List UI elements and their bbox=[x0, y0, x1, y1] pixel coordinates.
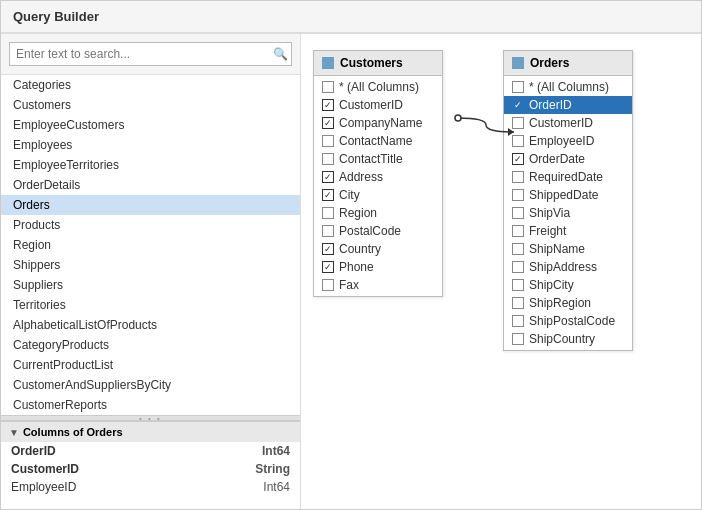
field-checkbox[interactable] bbox=[512, 261, 524, 273]
table-icon bbox=[512, 57, 524, 69]
field-row[interactable]: Fax bbox=[314, 276, 442, 294]
field-row[interactable]: ShipCountry bbox=[504, 330, 632, 348]
table-list-item[interactable]: Employees bbox=[1, 135, 300, 155]
col-name: OrderID bbox=[11, 444, 56, 458]
field-row[interactable]: EmployeeID bbox=[504, 132, 632, 150]
field-label: EmployeeID bbox=[529, 134, 594, 148]
table-list-item[interactable]: CurrentProductList bbox=[1, 355, 300, 375]
field-checkbox[interactable] bbox=[512, 297, 524, 309]
search-icon[interactable]: 🔍 bbox=[269, 43, 291, 65]
field-checkbox[interactable] bbox=[512, 153, 524, 165]
table-list-item[interactable]: EmployeeCustomers bbox=[1, 115, 300, 135]
field-checkbox[interactable] bbox=[322, 207, 334, 219]
table-list-item[interactable]: Categories bbox=[1, 75, 300, 95]
table-list-item[interactable]: Customers bbox=[1, 95, 300, 115]
field-row[interactable]: ContactName bbox=[314, 132, 442, 150]
field-row[interactable]: OrderID bbox=[504, 96, 632, 114]
field-checkbox[interactable] bbox=[322, 135, 334, 147]
field-row[interactable]: CompanyName bbox=[314, 114, 442, 132]
search-input[interactable] bbox=[10, 44, 269, 64]
field-label: Country bbox=[339, 242, 381, 256]
table-list-item[interactable]: CustomerAndSuppliersByCity bbox=[1, 375, 300, 395]
orders-table-header: Orders bbox=[504, 51, 632, 76]
field-checkbox[interactable] bbox=[322, 243, 334, 255]
table-list-item[interactable]: Orders bbox=[1, 195, 300, 215]
table-title: Customers bbox=[340, 56, 403, 70]
field-checkbox[interactable] bbox=[322, 261, 334, 273]
field-checkbox[interactable] bbox=[512, 207, 524, 219]
field-label: ShipVia bbox=[529, 206, 570, 220]
field-checkbox[interactable] bbox=[512, 135, 524, 147]
col-type: Int64 bbox=[263, 480, 290, 494]
field-checkbox[interactable] bbox=[322, 225, 334, 237]
field-row[interactable]: CustomerID bbox=[504, 114, 632, 132]
field-checkbox[interactable] bbox=[512, 81, 524, 93]
field-label: ShipName bbox=[529, 242, 585, 256]
field-row[interactable]: Region bbox=[314, 204, 442, 222]
field-row[interactable]: Address bbox=[314, 168, 442, 186]
col-name: EmployeeID bbox=[11, 480, 76, 494]
field-checkbox[interactable] bbox=[322, 117, 334, 129]
table-list-item[interactable]: CustomerReports bbox=[1, 395, 300, 415]
field-row[interactable]: CustomerID bbox=[314, 96, 442, 114]
table-list-item[interactable]: Suppliers bbox=[1, 275, 300, 295]
field-row[interactable]: Country bbox=[314, 240, 442, 258]
field-checkbox[interactable] bbox=[512, 117, 524, 129]
query-area: Customers* (All Columns)CustomerIDCompan… bbox=[301, 34, 701, 510]
field-label: ShipPostalCode bbox=[529, 314, 615, 328]
field-checkbox[interactable] bbox=[512, 315, 524, 327]
field-checkbox[interactable] bbox=[512, 171, 524, 183]
table-list-item[interactable]: CategoryProducts bbox=[1, 335, 300, 355]
column-row: EmployeeIDInt64 bbox=[1, 478, 300, 496]
columns-panel-header: ▼ Columns of Orders bbox=[1, 422, 300, 442]
field-checkbox[interactable] bbox=[512, 243, 524, 255]
field-row[interactable]: ShipVia bbox=[504, 204, 632, 222]
field-label: ContactName bbox=[339, 134, 412, 148]
field-row[interactable]: PostalCode bbox=[314, 222, 442, 240]
table-list-item[interactable]: AlphabeticalListOfProducts bbox=[1, 315, 300, 335]
field-checkbox[interactable] bbox=[512, 189, 524, 201]
field-checkbox[interactable] bbox=[512, 279, 524, 291]
field-checkbox[interactable] bbox=[512, 333, 524, 345]
field-checkbox[interactable] bbox=[322, 153, 334, 165]
field-checkbox[interactable] bbox=[322, 171, 334, 183]
field-row[interactable]: ShipRegion bbox=[504, 294, 632, 312]
table-list-item[interactable]: EmployeeTerritories bbox=[1, 155, 300, 175]
orders-table-body: * (All Columns)OrderIDCustomerIDEmployee… bbox=[504, 76, 632, 350]
field-checkbox[interactable] bbox=[322, 81, 334, 93]
table-list-item[interactable]: OrderDetails bbox=[1, 175, 300, 195]
field-row[interactable]: Freight bbox=[504, 222, 632, 240]
customers-table: Customers* (All Columns)CustomerIDCompan… bbox=[313, 50, 443, 297]
col-type: String bbox=[255, 462, 290, 476]
field-row[interactable]: * (All Columns) bbox=[314, 78, 442, 96]
field-checkbox[interactable] bbox=[322, 279, 334, 291]
table-list-item[interactable]: Products bbox=[1, 215, 300, 235]
field-row[interactable]: City bbox=[314, 186, 442, 204]
field-checkbox[interactable] bbox=[322, 189, 334, 201]
field-label: ShipCountry bbox=[529, 332, 595, 346]
customers-table-header: Customers bbox=[314, 51, 442, 76]
field-row[interactable]: ShipPostalCode bbox=[504, 312, 632, 330]
field-row[interactable]: ShipAddress bbox=[504, 258, 632, 276]
field-label: RequiredDate bbox=[529, 170, 603, 184]
field-row[interactable]: RequiredDate bbox=[504, 168, 632, 186]
table-list-item[interactable]: Shippers bbox=[1, 255, 300, 275]
field-label: OrderID bbox=[529, 98, 572, 112]
field-label: ContactTitle bbox=[339, 152, 403, 166]
field-row[interactable]: Phone bbox=[314, 258, 442, 276]
field-row[interactable]: ShipCity bbox=[504, 276, 632, 294]
field-row[interactable]: ShipName bbox=[504, 240, 632, 258]
table-list-item[interactable]: Territories bbox=[1, 295, 300, 315]
column-row: CustomerIDString bbox=[1, 460, 300, 478]
field-label: ShipRegion bbox=[529, 296, 591, 310]
field-row[interactable]: OrderDate bbox=[504, 150, 632, 168]
field-row[interactable]: ShippedDate bbox=[504, 186, 632, 204]
field-label: CustomerID bbox=[529, 116, 593, 130]
field-row[interactable]: * (All Columns) bbox=[504, 78, 632, 96]
table-icon bbox=[322, 57, 334, 69]
field-checkbox[interactable] bbox=[322, 99, 334, 111]
field-checkbox[interactable] bbox=[512, 225, 524, 237]
field-checkbox[interactable] bbox=[512, 99, 524, 111]
table-list-item[interactable]: Region bbox=[1, 235, 300, 255]
field-row[interactable]: ContactTitle bbox=[314, 150, 442, 168]
